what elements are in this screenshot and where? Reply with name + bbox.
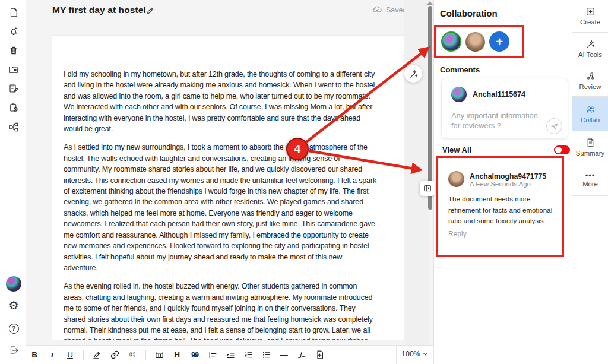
clear-format-button[interactable]: [295, 348, 308, 362]
ai-assist-button[interactable]: [404, 65, 422, 83]
rail-label: Summary: [576, 150, 604, 157]
highlight-button[interactable]: [90, 348, 103, 362]
indent-button[interactable]: [224, 348, 237, 362]
document-title: MY first day at hostel: [52, 5, 146, 15]
collab-people-icon: [585, 105, 596, 115]
link-button[interactable]: [108, 348, 121, 362]
send-plane-icon: [550, 122, 559, 131]
history-clipboard-icon[interactable]: [8, 102, 20, 113]
paragraph[interactable]: As the evening rolled in, the hostel buz…: [64, 281, 376, 340]
blockquote-button[interactable]: 99: [188, 348, 201, 362]
app-window: ⚙ ? MY first day at hostel Saved I did m…: [0, 0, 608, 364]
document-page-icon[interactable]: [8, 7, 20, 18]
collaborator-avatars: +: [441, 31, 509, 52]
rail-item-ai-tools[interactable]: AI Tools: [572, 33, 608, 65]
bold-button[interactable]: B: [28, 348, 41, 362]
collaborator-avatar[interactable]: [466, 32, 485, 52]
rail-item-summary[interactable]: Summary: [572, 131, 608, 164]
horizontal-rule-button[interactable]: —: [277, 348, 290, 362]
collaboration-panel: Collaboration + Comments Anchal1115674 A…: [433, 0, 572, 364]
bullet-list-button[interactable]: [259, 348, 273, 362]
reply-button[interactable]: Reply: [448, 230, 467, 238]
chevron-down-icon: [422, 351, 429, 357]
rail-label: Review: [579, 83, 601, 90]
numbered-list-icon: [243, 350, 254, 360]
rail-item-more[interactable]: ••• More: [572, 164, 608, 196]
copyright-symbol-button[interactable]: ©: [126, 348, 139, 362]
rail-label: Collab: [581, 116, 600, 124]
paragraph[interactable]: I did my schooling in my hometown, but a…: [64, 69, 376, 134]
more-dots-icon: •••: [585, 173, 596, 179]
edit-title-pencil-icon[interactable]: [145, 6, 155, 15]
sitemap-icon[interactable]: [8, 121, 20, 133]
toolbar-divider: [145, 350, 146, 360]
gear-glyph: ⚙: [8, 300, 18, 311]
indent-icon: [226, 350, 236, 360]
toolbar-divider: [396, 345, 397, 364]
send-comment-button[interactable]: [546, 118, 562, 134]
create-plus-icon: [585, 7, 596, 17]
rail-item-create[interactable]: Create: [572, 0, 608, 33]
comment-author-name: Anchalmogha9471775: [470, 172, 546, 181]
comment-input[interactable]: Any important information for reviewers …: [451, 110, 547, 131]
comment-timestamp: A Few Seconds Ago: [470, 181, 531, 188]
align-left-icon: [208, 350, 218, 360]
review-nodes-icon: [585, 71, 596, 81]
insert-page-button[interactable]: [313, 348, 326, 362]
table-icon: [154, 350, 164, 360]
highlighter-icon: [92, 350, 102, 360]
comment-author-avatar: [448, 171, 464, 187]
cloud-saved-icon: [372, 5, 382, 15]
scrollbar-thumb[interactable]: [428, 6, 432, 210]
logout-icon[interactable]: [8, 344, 20, 356]
document-page[interactable]: I did my schooling in my hometown, but a…: [52, 36, 404, 340]
magic-wand-icon: [408, 69, 419, 79]
clear-format-icon: [297, 350, 307, 360]
comment-text: The document needs more refinement for f…: [448, 194, 561, 227]
heading-button[interactable]: H: [170, 348, 183, 362]
ai-wand-icon: [585, 39, 596, 49]
rail-item-review[interactable]: Review: [572, 65, 608, 97]
link-icon: [110, 350, 120, 360]
trash-icon[interactable]: [8, 45, 20, 56]
italic-button[interactable]: I: [46, 348, 59, 362]
comments-section-label: Comments: [440, 65, 480, 74]
notifications-bell-icon[interactable]: [8, 26, 20, 37]
document-body: I did my schooling in my hometown, but a…: [52, 36, 404, 340]
numbered-list-button[interactable]: [242, 348, 255, 362]
rail-item-collab[interactable]: Collab: [572, 97, 608, 131]
add-collaborator-button[interactable]: +: [489, 31, 509, 52]
insert-table-button[interactable]: [153, 348, 166, 362]
user-avatar[interactable]: [6, 276, 21, 292]
scroll-up-arrow-icon[interactable]: [427, 1, 433, 5]
plus-icon: +: [496, 35, 503, 49]
panel-toggle-icon: [423, 183, 432, 193]
save-status: Saved: [372, 5, 407, 15]
view-all-toggle[interactable]: [554, 145, 570, 154]
zoom-value: 100%: [401, 350, 420, 358]
zoom-level-dropdown[interactable]: 100%: [401, 350, 429, 358]
collapse-panel-button[interactable]: [420, 181, 435, 196]
rail-label: More: [582, 181, 598, 188]
bullet-list-icon: [261, 350, 271, 360]
document-edit-icon[interactable]: [8, 83, 20, 94]
settings-gear-icon[interactable]: ⚙: [8, 299, 20, 311]
underline-button[interactable]: U: [64, 348, 77, 362]
align-left-button[interactable]: [206, 348, 219, 362]
paragraph[interactable]: As I settled into my new surroundings, I…: [64, 142, 376, 273]
summary-document-icon: [585, 138, 596, 148]
format-toolbar: B I U © H 99 —: [26, 345, 433, 364]
right-tool-rail: Create AI Tools Review Collab Summary ••…: [572, 0, 608, 364]
left-sidebar: ⚙ ?: [0, 0, 26, 364]
help-icon[interactable]: ?: [8, 322, 20, 334]
collaboration-title: Collaboration: [440, 8, 498, 18]
scrollbar-track[interactable]: [404, 0, 429, 345]
comment-composer: Anchal1115674 Any important information …: [441, 78, 568, 139]
view-all-label: View All: [442, 145, 471, 154]
insert-page-icon: [315, 350, 325, 360]
toggle-knob: [555, 147, 562, 153]
media-folder-icon[interactable]: [8, 64, 20, 75]
rail-label: AI Tools: [578, 51, 602, 58]
collaborator-avatar-active[interactable]: [441, 31, 461, 52]
rail-label: Create: [580, 18, 600, 26]
